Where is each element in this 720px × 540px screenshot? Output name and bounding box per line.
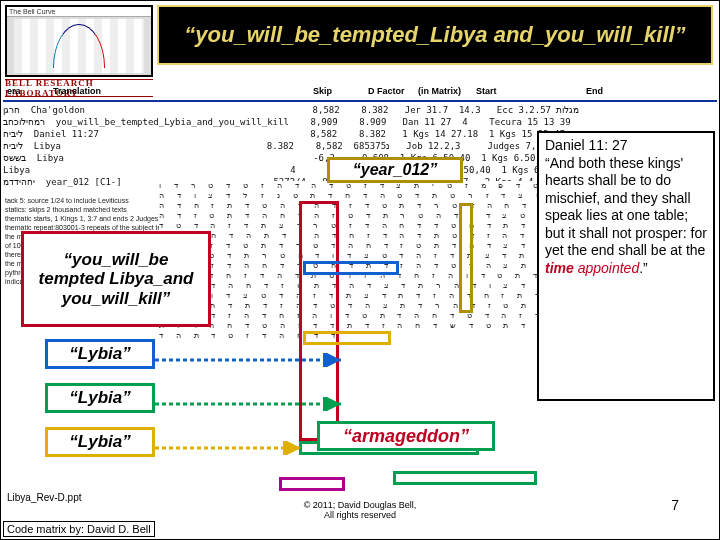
callout-armageddon: “armageddon”	[317, 421, 495, 451]
highlight-main-term	[299, 201, 339, 441]
callout-lybia-1: “Lybia”	[45, 339, 155, 369]
table-header: era Translation Skip D Factor (in Matrix…	[3, 86, 717, 102]
footer-copyright: © 2011; David Douglas Bell,All rights re…	[1, 501, 719, 521]
highlight-lybia-3	[303, 331, 391, 345]
col-dfactor: D Factor	[364, 86, 414, 100]
callout-lybia-2: “Lybia”	[45, 383, 155, 413]
highlight-lybia-1	[303, 261, 399, 275]
col-start: Start	[472, 86, 582, 100]
chart-title: The Bell Curve	[7, 7, 151, 17]
verse-reference: Daniel 11: 27	[545, 137, 628, 153]
verse-tail: .”	[639, 260, 648, 276]
col-skip: Skip	[309, 86, 364, 100]
slide-title: “you_will_be_tempted_Libya and_you_will_…	[157, 5, 713, 65]
col-inmatrix: (in Matrix)	[414, 86, 472, 100]
slide-root: The Bell Curve BELL RESEARCH LABORATORY …	[0, 0, 720, 540]
verse-em-appointed: appointed	[578, 260, 640, 276]
callout-main-term: “you_will_be tempted Libya_and you_will_…	[21, 231, 211, 327]
bell-curve-icon	[53, 24, 105, 67]
bell-curve-thumbnail: The Bell Curve	[5, 5, 153, 77]
chart-graph-area	[14, 19, 144, 73]
highlight-extra	[279, 477, 345, 491]
callout-year: “year_012”	[327, 157, 463, 183]
verse-box: Daniel 11: 27 “And both these kings' hea…	[537, 131, 715, 401]
highlight-year	[459, 203, 473, 313]
col-era: era	[3, 86, 49, 100]
footer-credit: Code matrix by: David D. Bell	[3, 521, 155, 537]
verse-em-time: time	[545, 260, 574, 276]
verse-body: “And both these kings' hearts shall be t…	[545, 155, 707, 259]
col-end: End	[582, 86, 717, 100]
highlight-armageddon	[393, 471, 537, 485]
col-translation: Translation	[49, 86, 309, 100]
footer-slide-number: 7	[671, 497, 679, 513]
callout-lybia-3: “Lybia”	[45, 427, 155, 457]
